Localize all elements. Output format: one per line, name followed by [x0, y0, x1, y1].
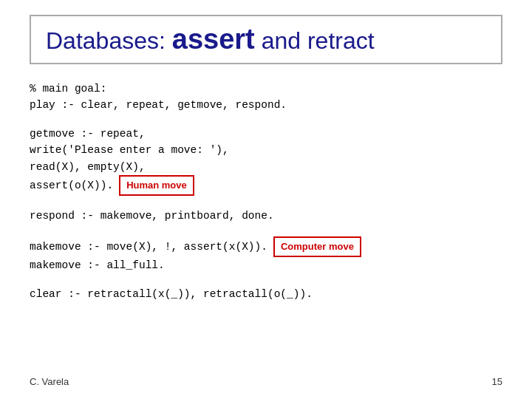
title-suffix: and retract: [255, 27, 375, 54]
code-section: % main goal: play :- clear, repeat, getm…: [30, 81, 502, 302]
footer: C. Varela 15: [0, 376, 532, 387]
code-line-respond: respond :- makemove, printboard, done.: [30, 208, 502, 224]
code-line-clear: clear :- retractall(x(_)), retractall(o(…: [30, 286, 502, 302]
human-move-label: Human move: [119, 175, 194, 196]
slide: Databases: assert and retract % main goa…: [0, 0, 532, 399]
code-block-clear: clear :- retractall(x(_)), retractall(o(…: [30, 286, 502, 302]
code-line-makemove-1: makemove :- move(X), !, assert(x(X)). Co…: [30, 236, 502, 257]
code-line-comment: % main goal:: [30, 81, 502, 97]
code-block-respond: respond :- makemove, printboard, done.: [30, 208, 502, 224]
code-line-play: play :- clear, repeat, getmove, respond.: [30, 97, 502, 113]
code-line-getmove-2: write('Please enter a move: '),: [30, 142, 502, 158]
code-line-getmove-3: read(X), empty(X),: [30, 159, 502, 175]
code-line-getmove-4: assert(o(X)). Human move: [30, 175, 502, 196]
code-line-getmove-1: getmove :- repeat,: [30, 126, 502, 142]
slide-title: Databases: assert and retract: [46, 27, 375, 54]
code-line-makemove-1-text: makemove :- move(X), !, assert(x(X)).: [30, 239, 267, 255]
footer-author: C. Varela: [30, 376, 69, 387]
title-prefix: Databases:: [46, 27, 172, 54]
code-block-main-goal: % main goal: play :- clear, repeat, getm…: [30, 81, 502, 114]
footer-page: 15: [492, 376, 502, 387]
title-assert: assert: [172, 24, 255, 55]
code-block-makemove: makemove :- move(X), !, assert(x(X)). Co…: [30, 236, 502, 274]
computer-move-label: Computer move: [273, 236, 361, 257]
title-box: Databases: assert and retract: [30, 15, 502, 64]
code-line-getmove-4-text: assert(o(X)).: [30, 177, 113, 194]
code-line-getmove-3-text: read(X), empty(X),: [30, 159, 146, 175]
code-line-makemove-2: makemove :- all_full.: [30, 257, 502, 273]
code-block-getmove: getmove :- repeat, write('Please enter a…: [30, 126, 502, 197]
